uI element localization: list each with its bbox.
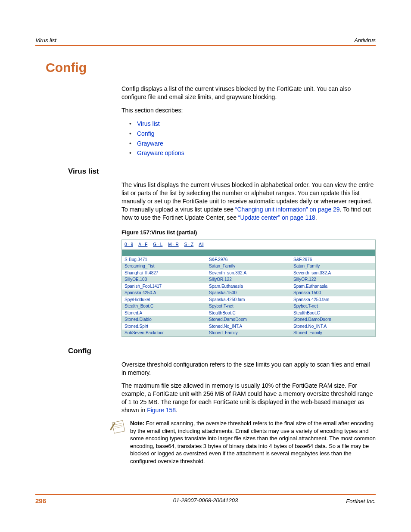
- virus-cell[interactable]: Stoned.A: [122, 310, 206, 317]
- table-row: Stoned.SpirtStoned.No_INT.AStoned.No_INT…: [122, 323, 375, 330]
- page-footer: 296 01-28007-0068-20041203 Fortinet Inc.: [35, 494, 376, 505]
- note-label: Note:: [130, 420, 144, 426]
- toc-link[interactable]: Config: [137, 130, 154, 137]
- virus-cell[interactable]: S&F.2976: [291, 256, 375, 263]
- virus-cell[interactable]: Spanska.1500: [291, 289, 375, 296]
- virus-cell[interactable]: S&F.2976: [206, 256, 291, 263]
- range-link[interactable]: All: [199, 242, 203, 247]
- virus-cell[interactable]: Spy/Hiddukel: [122, 296, 206, 303]
- config-block: Oversize threshold configuration refers …: [121, 361, 376, 414]
- virus-list-paragraph: The virus list displays the current viru…: [121, 181, 376, 221]
- section-heading-config: Config: [68, 346, 376, 356]
- toc-link[interactable]: Virus list: [137, 120, 160, 127]
- config-paragraph-1: Oversize threshold configuration refers …: [121, 361, 376, 377]
- virus-cell[interactable]: SillyOR.122: [291, 276, 375, 283]
- virus-cell[interactable]: Stoned_Family: [291, 330, 375, 336]
- virus-cell[interactable]: Stoned_Family: [206, 330, 291, 336]
- range-link[interactable]: A - F: [138, 242, 147, 247]
- footer-center: 01-28007-0068-20041203: [35, 497, 376, 504]
- virus-cell[interactable]: Stoned.DamoDoom: [291, 316, 375, 323]
- table-row: Stoned.AStealthBoot.CStealthBoot.C: [122, 310, 375, 317]
- table-row: Spanska.4250.ASpanska.1500Spanska.1500: [122, 289, 375, 296]
- table-row: SillyOE.100SillyOR.122SillyOR.122: [122, 276, 375, 283]
- virus-cell[interactable]: S-Bug.3471: [122, 256, 206, 263]
- section-heading-virus-list: Virus list: [68, 167, 376, 177]
- virus-cell[interactable]: SillyOR.122: [206, 276, 291, 283]
- table-row: S-Bug.3471S&F.2976S&F.2976: [122, 256, 375, 263]
- intro-paragraph-2: This section describes:: [121, 106, 376, 115]
- note-text: Note: For email scanning, the oversize t…: [130, 420, 376, 465]
- virus-table: S-Bug.3471S&F.2976S&F.2976Screaming_Fist…: [122, 256, 375, 336]
- virus-cell[interactable]: Spybot.T-net: [291, 303, 375, 310]
- virus-cell[interactable]: Stoned.DamoDoom: [206, 316, 291, 323]
- link-update-center[interactable]: “Update center” on page 118: [238, 214, 315, 221]
- note-icon: [111, 420, 124, 433]
- virus-cell[interactable]: Seventh_son.332.A: [291, 270, 375, 277]
- virus-cell[interactable]: Spybot.T-net: [206, 303, 291, 310]
- virus-cell[interactable]: SubSeven.Backdoor: [122, 330, 206, 336]
- range-link[interactable]: M - R: [168, 242, 178, 247]
- range-link[interactable]: G - L: [153, 242, 162, 247]
- virus-list-block: The virus list displays the current viru…: [121, 181, 376, 337]
- virus-cell[interactable]: Satan_Family: [291, 263, 375, 270]
- virus-cell[interactable]: Spam.Euthanasia: [291, 283, 375, 290]
- virus-cell[interactable]: Stoned.No_INT.A: [291, 323, 375, 330]
- running-head-right: Antivirus: [354, 37, 376, 44]
- table-row: Spanish_Fool.1417Spam.EuthanasiaSpam.Eut…: [122, 283, 375, 290]
- virus-cell[interactable]: StealthBoot.C: [206, 310, 291, 317]
- table-row: Stoned.DiabloStoned.DamoDoomStoned.DamoD…: [122, 316, 375, 323]
- range-link[interactable]: S - Z: [184, 242, 193, 247]
- note-body: For email scanning, the oversize thresho…: [130, 420, 376, 464]
- virus-cell[interactable]: SillyOE.100: [122, 276, 206, 283]
- page: Virus list Antivirus Config Config displ…: [0, 0, 411, 532]
- virus-cell[interactable]: Spanska.4250.fam: [206, 296, 291, 303]
- virus-cell[interactable]: Spanska.1500: [206, 289, 291, 296]
- range-link[interactable]: 0 - 9: [125, 242, 133, 247]
- virus-range-bar: 0 - 9 A - F G - L M - R S - Z All: [122, 240, 375, 249]
- intro-block: Config displays a list of the current vi…: [121, 85, 376, 157]
- running-head-left: Virus list: [35, 37, 56, 44]
- virus-cell[interactable]: Spanish_Fool.1417: [122, 283, 206, 290]
- virus-cell[interactable]: Stealth_Boot.C: [122, 303, 206, 310]
- toc-item: Config: [129, 130, 376, 138]
- virus-cell[interactable]: StealthBoot.C: [291, 310, 375, 317]
- table-row: SubSeven.BackdoorStoned_FamilyStoned_Fam…: [122, 330, 375, 336]
- config-paragraph-2: The maximum file size allowed in memory …: [121, 382, 376, 414]
- toc-item: Grayware: [129, 140, 376, 148]
- toc-item: Virus list: [129, 120, 376, 128]
- virus-cell[interactable]: Stoned.No_INT.A: [206, 323, 291, 330]
- virus-cell[interactable]: Seventh_son.332.A: [206, 270, 291, 277]
- figure-caption: Figure 157:Virus list (partial): [121, 229, 376, 236]
- toc-link[interactable]: Grayware: [137, 140, 163, 147]
- virus-cell[interactable]: Shanghai_II.4827: [122, 270, 206, 277]
- virus-cell[interactable]: Spanska.4250.A: [122, 289, 206, 296]
- note-block: Note: For email scanning, the oversize t…: [111, 420, 376, 465]
- table-row: Spy/HiddukelSpanska.4250.famSpanska.4250…: [122, 296, 375, 303]
- virus-cell[interactable]: Stoned.Diablo: [122, 316, 206, 323]
- virus-list-panel: 0 - 9 A - F G - L M - R S - Z All S-Bug.…: [121, 240, 376, 337]
- link-changing-unit-info[interactable]: “Changing unit information” on page 29: [235, 206, 340, 213]
- toc-item: Grayware options: [129, 149, 376, 157]
- section-toc: Virus list Config Grayware Grayware opti…: [129, 120, 376, 158]
- virus-table-header: [122, 249, 375, 256]
- toc-link[interactable]: Grayware options: [137, 149, 184, 156]
- running-head: Virus list Antivirus: [35, 37, 376, 46]
- page-title: Config: [46, 59, 376, 77]
- intro-paragraph-1: Config displays a list of the current vi…: [121, 85, 376, 101]
- table-row: Screaming_FistSatan_FamilySatan_Family: [122, 263, 375, 270]
- virus-cell[interactable]: Spanska.4250.fam: [291, 296, 375, 303]
- link-figure-158[interactable]: Figure 158: [147, 407, 176, 414]
- virus-cell[interactable]: Screaming_Fist: [122, 263, 206, 270]
- virus-cell[interactable]: Satan_Family: [206, 263, 291, 270]
- table-row: Stealth_Boot.CSpybot.T-netSpybot.T-net: [122, 303, 375, 310]
- virus-cell[interactable]: Spam.Euthanasia: [206, 283, 291, 290]
- virus-cell[interactable]: Stoned.Spirt: [122, 323, 206, 330]
- table-row: Shanghai_II.4827Seventh_son.332.ASeventh…: [122, 270, 375, 277]
